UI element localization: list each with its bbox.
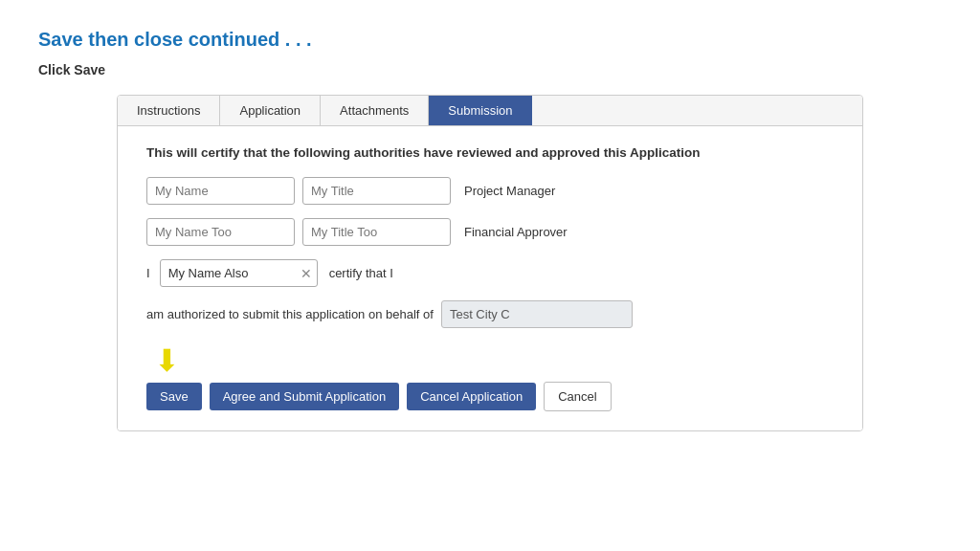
certify-row: I ✕ certify that I [146, 259, 834, 287]
title-field-1[interactable] [302, 177, 451, 205]
page-container: Save then close continued . . . Click Sa… [0, 0, 980, 460]
authority-row-1: Project Manager [146, 177, 834, 205]
down-arrow-icon: ⬇ [154, 345, 180, 376]
name-field-2[interactable] [146, 218, 295, 246]
role-label-1: Project Manager [464, 184, 555, 198]
tab-instructions[interactable]: Instructions [118, 96, 220, 125]
title-field-2[interactable] [302, 218, 451, 246]
save-button[interactable]: Save [146, 383, 202, 410]
tab-submission[interactable]: Submission [429, 96, 531, 125]
name-field-1[interactable] [146, 177, 295, 205]
page-title: Save then close continued . . . [38, 29, 942, 51]
certify-heading: This will certify that the following aut… [146, 145, 834, 160]
role-label-2: Financial Approver [464, 225, 568, 239]
save-bold: Save [74, 62, 105, 77]
arrow-area: ⬇ [146, 345, 834, 376]
authority-row-2: Financial Approver [146, 218, 834, 246]
cancel-button[interactable]: Cancel [544, 382, 611, 411]
tab-attachments[interactable]: Attachments [321, 96, 429, 125]
tabs-bar: Instructions Application Attachments Sub… [118, 96, 862, 126]
clear-name-button[interactable]: ✕ [301, 267, 312, 280]
certify-name-input[interactable] [160, 259, 318, 287]
certify-label: certify that I [329, 266, 393, 280]
name-input-wrapper: ✕ [160, 259, 318, 287]
buttons-row: Save Agree and Submit Application Cancel… [146, 382, 834, 411]
authorized-text: am authorized to submit this application… [146, 307, 434, 321]
tab-application[interactable]: Application [220, 96, 321, 125]
click-save-prefix: Click [38, 62, 74, 77]
entity-input[interactable] [441, 300, 633, 328]
cancel-application-button[interactable]: Cancel Application [407, 383, 536, 410]
agree-submit-button[interactable]: Agree and Submit Application [210, 383, 400, 410]
tabs-container: Instructions Application Attachments Sub… [117, 95, 863, 431]
submission-tab-content: This will certify that the following aut… [118, 126, 862, 430]
authorized-row: am authorized to submit this application… [146, 300, 834, 328]
i-label: I [146, 266, 150, 280]
click-save-text: Click Save [38, 62, 942, 77]
